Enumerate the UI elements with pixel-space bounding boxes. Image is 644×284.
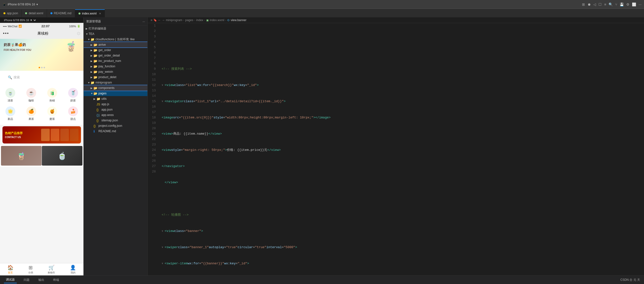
back-icon[interactable]: ◁ bbox=[593, 2, 596, 6]
chevron-down-icon: ▾ bbox=[36, 3, 38, 6]
tree-open-editors[interactable]: ▶ 打开的编辑器 bbox=[84, 26, 148, 31]
phone-search-bar[interactable]: 🔍 搜索 bbox=[5, 74, 78, 81]
tab-debugger[interactable]: 调试器 bbox=[4, 277, 17, 283]
nav-category[interactable]: ⊞ 分类 bbox=[28, 265, 33, 275]
category-guocha[interactable]: 🍊 果茶 bbox=[21, 104, 42, 123]
folder-icon: 📁 bbox=[90, 81, 94, 85]
tree-cloudfunctions[interactable]: ▼ 📁 cloudfunctions | 当前环境: like bbox=[84, 37, 148, 42]
category-xinpin[interactable]: 🌟 新品 bbox=[0, 104, 21, 123]
product-card-1[interactable]: 🧋 bbox=[1, 146, 42, 166]
device-selector[interactable]: 📱 iPhone 6/7/8 85% 16 ▾ bbox=[2, 3, 38, 6]
product-card-2[interactable]: 🍵 bbox=[42, 146, 82, 166]
tree-get-order[interactable]: ▶ 📂 get_order bbox=[84, 47, 148, 53]
tab-index-wxml[interactable]: index.wxml ✕ bbox=[75, 9, 105, 17]
tree-product-delet[interactable]: ▶ 📂 product_delet bbox=[84, 74, 148, 80]
tree-pay-function[interactable]: ▶ 📂 pay_function bbox=[84, 64, 148, 69]
cart-icon: 🛒 bbox=[48, 265, 55, 271]
tree-readme[interactable]: ℹ README.md bbox=[84, 129, 148, 134]
tab-terminal[interactable]: 终端 bbox=[51, 277, 61, 283]
tab-app-json[interactable]: app.json bbox=[0, 9, 22, 17]
settings-icon[interactable]: ⚙ bbox=[626, 2, 630, 6]
window-icon[interactable]: ☐ bbox=[598, 2, 602, 6]
code-line-15: ∨ <swiper-item wx:for="{{banner}}" wx:ke… bbox=[160, 261, 644, 266]
tree-utils[interactable]: ▶ 📁 utils bbox=[84, 96, 148, 102]
menu-icon[interactable]: ≡ bbox=[604, 2, 606, 6]
folder-icon: 📁 bbox=[96, 97, 100, 101]
nav-profile[interactable]: 👤 我的 bbox=[70, 265, 76, 275]
back-nav-icon[interactable]: ← bbox=[158, 18, 161, 22]
record-icon[interactable]: ⏺ bbox=[588, 2, 591, 6]
tree-miniprogram[interactable]: ▼ 📁 miniprogram bbox=[84, 80, 148, 85]
tab-readme-md[interactable]: README.md bbox=[47, 9, 75, 17]
code-line-3: <!-- 搜索列表 --> bbox=[160, 66, 644, 72]
tree-label: pages bbox=[98, 92, 148, 95]
phone-preview-panel: iPhone 6/7/8 85% 16 ▼ •••• WeChat 📶 22:0… bbox=[0, 17, 84, 276]
tab-close-button[interactable]: ✕ bbox=[99, 12, 101, 15]
phone-device-select[interactable]: iPhone 6/7/8 85% 16 ▼ bbox=[3, 18, 37, 22]
nav-home-label: 首页 bbox=[8, 271, 13, 275]
tree-inc-product-num[interactable]: ▶ 📂 inc_product_num bbox=[84, 58, 148, 64]
tree-pages[interactable]: ▼ 📂 pages bbox=[84, 91, 148, 96]
more-icon[interactable]: ··· bbox=[638, 2, 642, 6]
branch-icon[interactable]: ⑂ bbox=[615, 2, 617, 6]
category-icon: 🍵 bbox=[6, 88, 15, 98]
tree-arrive[interactable]: ▶ 📂 arrive bbox=[84, 42, 148, 47]
tree-components[interactable]: ▶ 📂 components bbox=[84, 85, 148, 91]
category-kafei[interactable]: ☕ 咖啡 bbox=[21, 86, 42, 104]
promo-text: 热销产品推荐CONTACT US bbox=[5, 131, 23, 139]
tree-get-order-detail[interactable]: ▶ 📂 get_order_detail bbox=[84, 53, 148, 58]
forward-nav-icon[interactable]: → bbox=[162, 18, 165, 22]
breadcrumb-sep: › bbox=[194, 18, 195, 22]
arrow-icon: ▶ bbox=[90, 71, 94, 73]
tree-label: app.json bbox=[102, 108, 148, 111]
category-qingcha[interactable]: 🍵 清茶 bbox=[0, 86, 21, 104]
tree-tea[interactable]: ▼ TEA bbox=[84, 31, 148, 37]
save-icon[interactable]: 💾 bbox=[620, 2, 624, 6]
tab-output[interactable]: 输出 bbox=[36, 277, 46, 283]
category-naicha[interactable]: 🥤 奶茶 bbox=[62, 86, 84, 104]
folder-icon: 📂 bbox=[94, 54, 98, 57]
phone-time: 22:07 bbox=[41, 24, 50, 28]
tree-pay-weixin[interactable]: ▶ 📂 pay_weixin bbox=[84, 69, 148, 74]
json-file-icon: {} bbox=[96, 119, 100, 122]
code-area: 12345 678910 1112131415 1617181920 21222… bbox=[148, 23, 644, 276]
bottom-bar: 调试器 问题 输出 终端 CSDN 念 元 天 bbox=[0, 276, 644, 284]
arrow-icon: ▶ bbox=[90, 76, 94, 79]
device-label[interactable]: iPhone 6/7/8 85% 16 bbox=[8, 3, 35, 6]
nav-home[interactable]: 🏠 首页 bbox=[8, 265, 14, 275]
tree-project-config[interactable]: {} project.config.json bbox=[84, 123, 148, 129]
tree-app-js[interactable]: JS app.js bbox=[84, 102, 148, 107]
category-micha[interactable]: 🍯 蜜茶 bbox=[42, 104, 63, 123]
wechat-label: WeChat bbox=[8, 25, 18, 28]
tree-sitemap-json[interactable]: {} sitemap.json bbox=[84, 118, 148, 123]
tree-label: README.md bbox=[98, 130, 148, 133]
tab-label: app.json bbox=[7, 11, 18, 15]
tree-label: project.config.json bbox=[98, 124, 148, 128]
grid-icon[interactable]: ⊞ bbox=[582, 2, 585, 6]
tab-problems[interactable]: 问题 bbox=[22, 277, 32, 283]
split-icon[interactable]: ⬜ bbox=[632, 2, 636, 6]
tree-app-json[interactable]: {} app.json bbox=[84, 107, 148, 112]
code-line-1 bbox=[160, 34, 644, 39]
category-diandian[interactable]: 🍰 甜点 bbox=[62, 104, 84, 123]
code-line-9: </navigator> bbox=[160, 164, 644, 169]
promo-banner: 热销产品推荐CONTACT US bbox=[2, 126, 81, 143]
search-icon[interactable]: 🔍 bbox=[608, 2, 613, 6]
nav-category-label: 分类 bbox=[28, 271, 33, 275]
category-icon: 🥤 bbox=[68, 88, 78, 98]
tree-label: miniprogram bbox=[96, 81, 148, 84]
nav-cart[interactable]: 🛒 购物车 bbox=[48, 265, 55, 275]
breadcrumb-symbol-icon: ⊙ bbox=[227, 18, 230, 22]
category-rexiao[interactable]: 🧃 热销 bbox=[42, 86, 63, 104]
explorer-more-icon[interactable]: ··· bbox=[142, 20, 145, 23]
tab-bar: app.json detail.wxml README.md index.wxm… bbox=[0, 9, 644, 17]
category-icon: ☕ bbox=[26, 88, 36, 98]
arrow-icon: ▶ bbox=[90, 65, 94, 68]
code-line-7: <view>商品: {{item.name}}</view> bbox=[160, 131, 644, 137]
tree-app-wxss[interactable]: {}} app.wxss bbox=[84, 112, 148, 118]
tab-detail-wxml[interactable]: detail.wxml bbox=[22, 9, 47, 17]
category-icon: 🍊 bbox=[26, 106, 36, 116]
tab-dot bbox=[4, 12, 6, 14]
tree-label: TEA bbox=[88, 32, 148, 36]
breadcrumb-part-3: index bbox=[196, 18, 203, 22]
